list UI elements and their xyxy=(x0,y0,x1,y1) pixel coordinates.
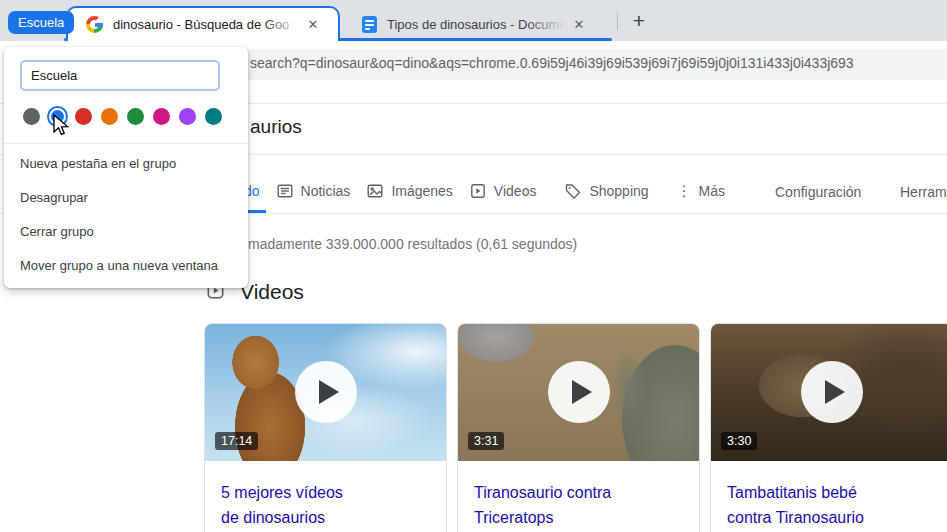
mouse-cursor xyxy=(50,114,71,138)
tab-separator xyxy=(617,13,618,30)
google-g-icon xyxy=(86,16,103,33)
news-icon xyxy=(276,182,294,200)
google-docs-icon xyxy=(362,16,377,33)
video-card[interactable]: 3:30 Tambatitanis bebé contra Tiranosaur… xyxy=(710,323,947,532)
color-swatch-grey[interactable] xyxy=(23,108,40,125)
tab-group-menu: Nueva pestaña en el grupoDesagruparCerra… xyxy=(4,47,248,288)
menu-divider xyxy=(4,143,248,144)
video-thumbnail[interactable]: 3:31 xyxy=(458,324,699,461)
nav-herramientas[interactable]: Herram xyxy=(900,184,947,200)
video-duration-badge: 3:31 xyxy=(468,432,504,450)
tab-dinosaurio-search[interactable]: dinosaurio - Búsqueda de Goo ✕ xyxy=(66,6,340,41)
browser-window: Escuela dinosaurio - Búsqueda de Goo ✕ T… xyxy=(0,0,947,532)
result-stats: madamente 339.000.000 resultados (0,61 s… xyxy=(248,236,577,252)
group-menu-item[interactable]: Nueva pestaña en el grupo xyxy=(4,147,248,181)
color-swatch-purple[interactable] xyxy=(179,108,196,125)
new-tab-button[interactable]: + xyxy=(626,8,652,34)
video-title-link[interactable]: 5 mejores vídeos de dinosaurios xyxy=(221,480,430,530)
more-vertical-icon: ⋮ xyxy=(677,184,692,198)
video-duration-badge: 3:30 xyxy=(721,432,757,450)
nav-configuracion[interactable]: Configuración xyxy=(775,184,861,200)
group-menu-item[interactable]: Desagrupar xyxy=(4,181,248,215)
video-thumbnail[interactable]: 17:14 xyxy=(205,324,446,461)
image-icon xyxy=(366,182,384,200)
video-card[interactable]: 3:31 Tiranosaurio contra Triceratops xyxy=(457,323,700,532)
search-box-query[interactable]: aurios xyxy=(250,116,302,138)
close-icon[interactable]: ✕ xyxy=(303,15,323,35)
color-swatch-pink[interactable] xyxy=(153,108,170,125)
video-title-link[interactable]: Tiranosaurio contra Triceratops xyxy=(474,480,683,530)
group-menu-item[interactable]: Mover grupo a una nueva ventana xyxy=(4,249,248,283)
group-menu-item[interactable]: Cerrar grupo xyxy=(4,215,248,249)
tab-tipos-de-dinosaurios[interactable]: Tipos de dinosaurios - Documen ✕ xyxy=(348,8,610,41)
video-duration-badge: 17:14 xyxy=(215,432,258,450)
video-thumbnail[interactable]: 3:30 xyxy=(711,324,947,461)
nav-tab-noticias[interactable]: Noticias xyxy=(276,182,351,200)
color-swatch-cyan[interactable] xyxy=(205,108,222,125)
nav-tab-videos[interactable]: Videos xyxy=(469,182,537,200)
nav-tab-mas[interactable]: ⋮ Más xyxy=(677,183,725,199)
serp-nav: do Noticias Imágenes xyxy=(244,182,725,200)
nav-tab-shopping[interactable]: Shopping xyxy=(564,182,648,200)
color-swatch-green[interactable] xyxy=(127,108,144,125)
tab-strip: Escuela dinosaurio - Búsqueda de Goo ✕ T… xyxy=(0,0,947,41)
videos-section-title: Videos xyxy=(240,280,304,304)
play-button-icon[interactable] xyxy=(801,361,863,423)
close-icon[interactable]: ✕ xyxy=(569,15,589,35)
video-card[interactable]: 17:14 5 mejores vídeos de dinosaurios xyxy=(204,323,447,532)
tab-title: dinosaurio - Búsqueda de Goo xyxy=(113,17,299,32)
tab-group-chip[interactable]: Escuela xyxy=(8,11,74,34)
nav-tab-imagenes[interactable]: Imágenes xyxy=(366,182,452,200)
video-title-link[interactable]: Tambatitanis bebé contra Tiranosaurio xyxy=(727,480,936,530)
play-button-icon[interactable] xyxy=(548,361,610,423)
group-name-input[interactable] xyxy=(20,60,220,91)
color-swatch-red[interactable] xyxy=(75,108,92,125)
tag-icon xyxy=(564,182,582,200)
color-swatch-orange[interactable] xyxy=(101,108,118,125)
play-button-icon[interactable] xyxy=(295,361,357,423)
omnibox-url-text[interactable]: search?q=dinosaur&oq=dino&aqs=chrome.0.6… xyxy=(250,55,854,71)
play-box-icon xyxy=(469,182,487,200)
tab-title: Tipos de dinosaurios - Documen xyxy=(387,17,565,32)
group-menu-items: Nueva pestaña en el grupoDesagruparCerra… xyxy=(4,147,248,283)
